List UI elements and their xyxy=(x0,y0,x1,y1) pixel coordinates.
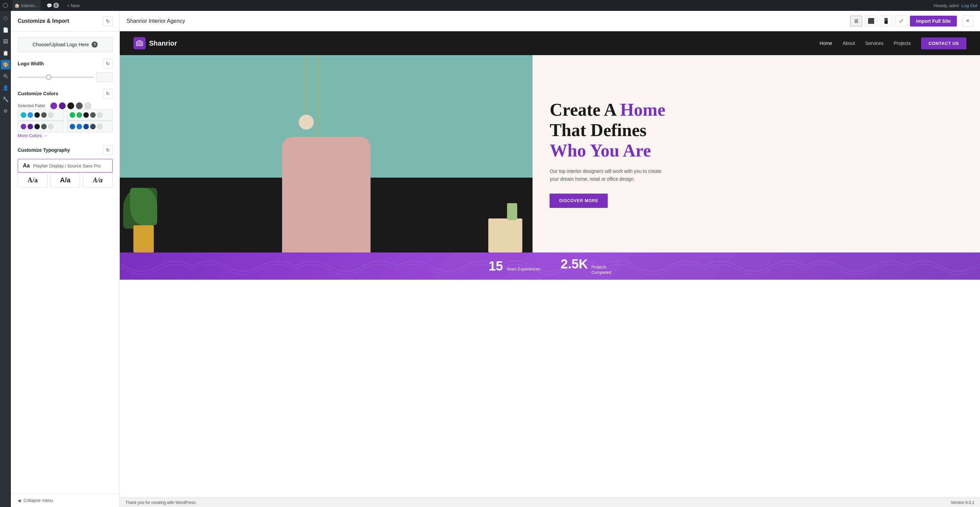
stat-projects-number: 2.5K xyxy=(561,257,588,272)
p4-c5 xyxy=(97,124,102,129)
side-table xyxy=(488,218,522,253)
selected-palette-row: Selected Pallet xyxy=(18,102,113,109)
preview-header: Shanrior Interior Agency 🖥 ⬛ 📱 ⤢ Import … xyxy=(120,11,980,31)
p4-c3 xyxy=(83,124,89,129)
font-variant-1[interactable]: A/a xyxy=(18,173,48,188)
selected-color-5[interactable] xyxy=(84,102,91,109)
nav-cta-button[interactable]: CONTACT US xyxy=(921,37,966,49)
typography-section: Customize Typography ↻ Aa Playfair Displ… xyxy=(18,145,113,188)
stat-years-desc: Years Experiences xyxy=(506,267,540,272)
customize-body: Choose/Upload Logo Here ? Logo Width ↻ C… xyxy=(11,32,119,193)
palette-card-purple[interactable] xyxy=(18,121,64,132)
wp-settings-icon[interactable]: ⚙ xyxy=(1,106,10,116)
font-separator: / xyxy=(65,163,66,168)
palette-card-blue[interactable] xyxy=(67,121,113,132)
website-preview: Shanrior Home About Services Projects CO… xyxy=(120,31,980,497)
import-full-site-btn[interactable]: Import Full Site xyxy=(910,16,957,27)
logo-upload-label: Choose/Upload Logo Here xyxy=(33,42,89,47)
typography-title: Customize Typography xyxy=(18,147,70,153)
mobile-btn[interactable]: 📱 xyxy=(880,16,892,27)
version-text: Version 6.0.1 xyxy=(951,500,975,505)
wp-dashboard-icon[interactable]: ⬡ xyxy=(1,14,10,23)
font-name-label: Playfair Display / Source Sans Pro xyxy=(33,163,101,168)
font-card-primary[interactable]: Aa Playfair Display / Source Sans Pro xyxy=(18,159,113,173)
site-nav-links: Home About Services Projects CONTACT US xyxy=(820,37,966,49)
primary-font-name: Playfair Display xyxy=(33,163,64,168)
admin-bar-site[interactable]: 🏠 Interior... xyxy=(12,0,40,11)
home-icon: 🏠 xyxy=(14,3,20,8)
selected-color-3[interactable] xyxy=(67,102,74,109)
p2-c3 xyxy=(83,112,89,118)
colors-reset[interactable]: ↻ xyxy=(103,89,113,99)
colors-title: Customize Colors xyxy=(18,91,58,96)
refresh-button[interactable]: ↻ xyxy=(103,16,113,26)
logo-upload-button[interactable]: Choose/Upload Logo Here ? xyxy=(18,37,113,52)
collapse-menu[interactable]: ◀ Collapse menu xyxy=(11,493,119,507)
hero-subtitle: Our top interior designers will work wit… xyxy=(550,167,665,183)
wp-logo[interactable]: ⬡ xyxy=(3,2,8,9)
wp-customize-icon[interactable]: 🎨 xyxy=(1,60,10,70)
more-colors-link[interactable]: More Colors → xyxy=(18,133,47,138)
nav-home[interactable]: Home xyxy=(820,40,832,46)
customize-panel-header: Customize & Import ↻ xyxy=(11,11,119,32)
p2-c2 xyxy=(76,112,82,118)
selected-palette-dots xyxy=(50,102,91,109)
svg-marker-1 xyxy=(137,41,142,45)
hero-headline-part3: Who You Are xyxy=(550,141,651,160)
wp-tools-icon[interactable]: 🔧 xyxy=(1,95,10,104)
site-name: Interior... xyxy=(21,3,38,8)
selected-color-1[interactable] xyxy=(50,102,57,109)
wp-plugins-icon[interactable]: 🔌 xyxy=(1,72,10,81)
nav-about[interactable]: About xyxy=(843,40,855,46)
font-variant-3[interactable]: A/a xyxy=(83,173,113,188)
selected-color-4[interactable] xyxy=(76,102,83,109)
pendant-ball-small xyxy=(299,114,314,130)
wp-posts-icon[interactable]: 📄 xyxy=(1,25,10,35)
p1-c2 xyxy=(27,112,33,118)
colors-section-header: Customize Colors ↻ xyxy=(18,89,113,99)
customize-title: Customize & Import xyxy=(18,18,69,24)
fullscreen-btn[interactable]: ⤢ xyxy=(895,16,907,27)
site-nav: Shanrior Home About Services Projects CO… xyxy=(120,31,980,55)
logo-width-reset[interactable]: ↻ xyxy=(103,59,113,68)
p4-c1 xyxy=(70,124,75,129)
admin-bar: ⬡ 🏠 Interior... 💬 0 + New Howdy, admi Lo… xyxy=(0,0,980,11)
new-item[interactable]: + New xyxy=(65,0,82,11)
wp-users-icon[interactable]: 👤 xyxy=(1,83,10,92)
hero-headline-part1: Create A xyxy=(550,100,620,119)
wp-media-icon[interactable]: 🖼 xyxy=(1,37,10,46)
stat-item-years: 15 Years Experiences xyxy=(488,259,540,273)
wp-pages-icon[interactable]: 📋 xyxy=(1,48,10,58)
colors-section: Customize Colors ↻ Selected Pallet xyxy=(18,89,113,138)
comment-count: 0 xyxy=(53,3,59,8)
nav-services[interactable]: Services xyxy=(865,40,883,46)
typography-reset[interactable]: ↻ xyxy=(103,145,113,155)
discover-more-btn[interactable]: DISCOVER MORE xyxy=(550,194,608,208)
desktop-btn[interactable]: 🖥 xyxy=(850,16,862,27)
plant-leaf-2 xyxy=(130,188,157,225)
palette-group-1 xyxy=(18,109,113,121)
site-logo-area: Shanrior xyxy=(134,37,177,49)
p1-c5 xyxy=(48,112,53,118)
collapse-icon: ◀ xyxy=(18,498,21,503)
palette-card-cyan[interactable] xyxy=(18,109,64,121)
vase xyxy=(507,203,517,220)
typography-header: Customize Typography ↻ xyxy=(18,145,113,155)
hero-image-column xyxy=(120,55,533,253)
p1-c4 xyxy=(41,112,47,118)
logo-width-slider[interactable] xyxy=(18,76,94,78)
close-preview-btn[interactable]: × xyxy=(962,16,973,27)
tablet-btn[interactable]: ⬛ xyxy=(865,16,877,27)
palette-card-green[interactable] xyxy=(67,109,113,121)
comments-item[interactable]: 💬 0 xyxy=(45,0,61,11)
howdy-text: Howdy, admi xyxy=(934,3,959,8)
selected-color-2[interactable] xyxy=(59,102,66,109)
plant-pot xyxy=(134,225,154,253)
logo-width-input[interactable] xyxy=(96,73,113,82)
hero-headline: Create A Home That Defines Who You Are xyxy=(550,100,963,161)
nav-projects[interactable]: Projects xyxy=(894,40,911,46)
logout-link[interactable]: Log Out xyxy=(962,3,977,8)
p2-c1 xyxy=(70,112,75,118)
font-variant-2[interactable]: A/a xyxy=(50,173,80,188)
logo-help-icon[interactable]: ? xyxy=(92,41,98,48)
